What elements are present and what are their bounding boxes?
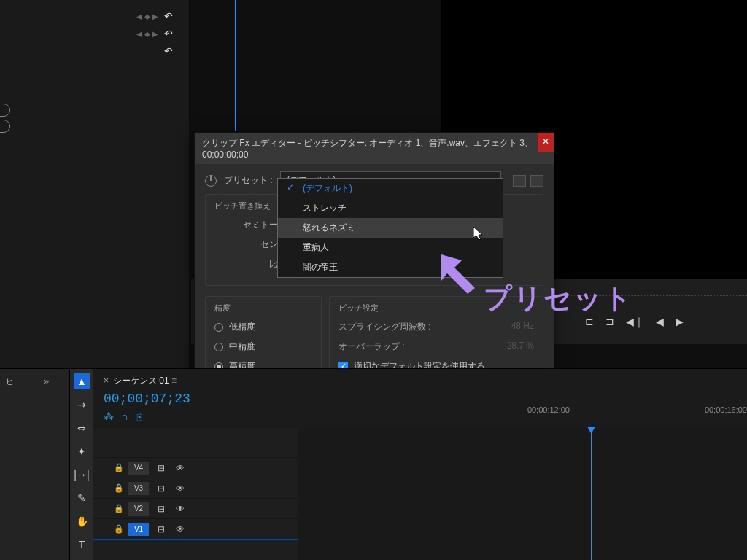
splicing-value: 48 Hz xyxy=(511,321,534,333)
track-headers: 🔒 V4 ⊟ 👁 🔒 V3 ⊟ 👁 🔒 V2 ⊟ 👁 xyxy=(93,428,298,560)
linked-selection-icon[interactable]: ⎘ xyxy=(136,411,142,422)
keyframe-diamonds[interactable]: ◀ ◆ ▶ xyxy=(136,12,158,20)
close-button[interactable]: ✕ xyxy=(538,133,554,152)
panel-tab[interactable]: ヒ xyxy=(0,369,34,560)
transport-controls: ⊏ ⊐ ◀｜ ◀ ▶ xyxy=(585,316,684,329)
dialog-titlebar[interactable]: クリップ Fx エディター - ピッチシフター: オーディオ 1、音声.wav、… xyxy=(195,133,554,164)
lock-icon[interactable]: 🔒 xyxy=(114,524,123,534)
preset-label: プリセット : xyxy=(224,174,273,187)
timecode-display[interactable]: 00;00;07;23 xyxy=(104,392,737,406)
eye-icon[interactable]: 👁 xyxy=(174,524,187,534)
lock-icon[interactable]: 🔒 xyxy=(114,483,123,493)
effects-panel-left: ◀ ◆ ▶ ↶ ◀ ◆ ▶ ↶ ↶ xyxy=(0,0,190,368)
timeline-tools: ▲ ⇢ ⇔ ✦ |↔| ✎ ✋ T xyxy=(70,369,93,560)
preset-option-sick[interactable]: 重病人 xyxy=(278,238,503,257)
eye-icon[interactable]: 👁 xyxy=(174,504,187,514)
keyframe-diamonds[interactable]: ◀ ◆ ▶ xyxy=(136,30,158,38)
snap-icon[interactable]: ⁂ xyxy=(104,411,114,422)
video-track-v4[interactable]: 🔒 V4 ⊟ 👁 xyxy=(93,457,298,478)
preset-option-angry-mouse[interactable]: 怒れるネズミ xyxy=(278,218,503,238)
mark-out-icon[interactable]: ⊐ xyxy=(605,316,614,329)
time-ruler[interactable]: 00;00;12;00 00;00;16;00 xyxy=(392,405,747,414)
step-back-icon[interactable]: ◀ xyxy=(656,316,664,329)
eye-icon[interactable]: 👁 xyxy=(174,483,187,494)
timeline-canvas[interactable]: 音声.wav xyxy=(298,428,747,560)
keyframe-nav-row: ↶ xyxy=(0,42,189,60)
track-select-tool-icon[interactable]: ⇢ xyxy=(74,397,90,413)
panel-divider[interactable] xyxy=(425,0,425,131)
play-icon[interactable]: ▶ xyxy=(676,316,684,329)
playhead-preview xyxy=(235,0,236,131)
video-track-v3[interactable]: 🔒 V3 ⊟ 👁 xyxy=(93,478,298,498)
dialog-title-text: クリップ Fx エディター - ピッチシフター: オーディオ 1、音声.wav、… xyxy=(202,138,533,160)
chain-link-icon[interactable] xyxy=(0,120,10,133)
hand-tool-icon[interactable]: ✋ xyxy=(74,513,90,529)
prev-frame-icon[interactable]: ◀｜ xyxy=(626,316,644,329)
ruler-tick: 00;00;16;00 xyxy=(705,405,747,414)
track-label[interactable]: V2 xyxy=(128,502,149,516)
preset-option-default[interactable]: (デフォルト) xyxy=(278,179,503,198)
timeline-header: ×シーケンス 01 ≡ 00;00;07;23 ⁂ ∩ ⎘ 00;00;12;0… xyxy=(93,369,747,428)
sync-lock-icon[interactable]: ⊟ xyxy=(155,483,168,494)
reset-icon[interactable]: ↶ xyxy=(164,45,176,57)
slip-tool-icon[interactable]: |↔| xyxy=(74,467,90,483)
track-label[interactable]: V1 xyxy=(128,523,149,536)
keyframe-nav-row: ◀ ◆ ▶ ↶ xyxy=(0,25,189,42)
eye-icon[interactable]: 👁 xyxy=(174,463,187,473)
track-label[interactable]: V4 xyxy=(128,462,149,475)
precision-mid-radio[interactable]: 中精度 xyxy=(214,341,312,353)
preset-option-stretch[interactable]: ストレッチ xyxy=(278,198,503,218)
preset-option-dark-emperor[interactable]: 闇の帝王 xyxy=(278,257,503,277)
sync-lock-icon[interactable]: ⊟ xyxy=(155,504,168,514)
ruler-tick: 00;00;12;00 xyxy=(527,405,570,414)
type-tool-icon[interactable]: T xyxy=(74,537,90,553)
keyframe-nav-row: ◀ ◆ ▶ ↶ xyxy=(0,7,189,25)
chain-link-icon[interactable] xyxy=(0,104,10,117)
playhead[interactable] xyxy=(591,428,592,560)
razor-tool-icon[interactable]: ✦ xyxy=(74,443,90,459)
timeline-panel: ヒ » ▲ ⇢ ⇔ ✦ |↔| ✎ ✋ T ×シーケンス 01 ≡ 00;00;… xyxy=(0,368,747,560)
save-preset-icon[interactable] xyxy=(513,175,526,187)
pen-tool-icon[interactable]: ✎ xyxy=(74,490,90,506)
selection-tool-icon[interactable]: ▲ xyxy=(74,373,90,389)
precision-low-radio[interactable]: 低精度 xyxy=(214,321,312,333)
video-track-v2[interactable]: 🔒 V2 ⊟ 👁 xyxy=(93,498,298,518)
ripple-edit-tool-icon[interactable]: ⇔ xyxy=(74,420,90,436)
preset-dropdown-list: (デフォルト) ストレッチ 怒れるネズミ 重病人 闇の帝王 xyxy=(277,178,503,278)
sync-lock-icon[interactable]: ⊟ xyxy=(155,524,168,534)
sequence-tab[interactable]: ×シーケンス 01 ≡ xyxy=(104,375,737,387)
group-title: ピッチ設定 xyxy=(338,303,534,314)
overlap-value: 28.7 % xyxy=(507,341,534,353)
lock-icon[interactable]: 🔒 xyxy=(114,463,123,472)
magnet-icon[interactable]: ∩ xyxy=(121,411,128,422)
panel-menu-icon[interactable]: » xyxy=(34,369,49,560)
reset-icon[interactable]: ↶ xyxy=(164,28,176,39)
delete-preset-icon[interactable] xyxy=(530,175,543,187)
video-track-v1[interactable]: 🔒 V1 ⊟ 👁 xyxy=(93,518,298,539)
reset-icon[interactable]: ↶ xyxy=(164,10,176,22)
sync-lock-icon[interactable]: ⊟ xyxy=(155,463,168,473)
power-toggle-icon[interactable] xyxy=(205,175,217,187)
group-title: 精度 xyxy=(214,303,312,314)
overlap-label: オーバーラップ : xyxy=(338,341,405,353)
lock-icon[interactable]: 🔒 xyxy=(114,504,123,513)
track-label[interactable]: V3 xyxy=(128,482,149,495)
splicing-label: スプライシング周波数 : xyxy=(338,321,431,333)
mark-in-icon[interactable]: ⊏ xyxy=(585,316,594,329)
